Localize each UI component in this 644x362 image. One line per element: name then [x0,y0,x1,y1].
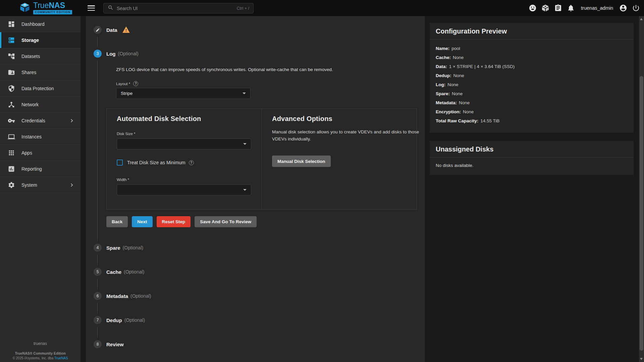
search-icon [108,5,114,12]
step-review[interactable]: 8 Review [94,340,124,348]
network-hub-icon [7,101,15,109]
power-icon[interactable] [632,4,640,12]
chevron-down-icon [243,93,246,94]
sidebar-item-shares[interactable]: Shares [0,64,80,80]
step-connector [97,303,98,313]
width-field-label: Width * [117,178,129,182]
step-spare[interactable]: 4 Spare (Optional) [94,244,143,252]
configuration-preview-card: Configuration Preview Name:pool Cache:No… [430,23,634,133]
step-connector [97,279,98,289]
alerts-bell-icon[interactable] [567,4,575,12]
advanced-options-description: Manual disk selection allows you to crea… [272,128,421,142]
truenas-logo[interactable]: TrueNAS COMMUNITY EDITION [19,2,72,14]
bar-chart-icon [7,165,15,173]
save-and-review-button[interactable]: Save And Go To Review [195,216,257,227]
width-select[interactable] [117,184,251,195]
global-search[interactable]: Ctrl + / [103,3,254,13]
preview-item: Total Raw Capacity:14.55 TiB [436,116,628,125]
next-button[interactable]: Next [132,216,152,227]
step-dedup[interactable]: 7 Dedup (Optional) [94,316,145,324]
datasets-tree-icon [7,52,15,60]
chevron-down-icon [243,143,247,145]
brand-name: TrueNAS [33,2,72,9]
step-connector [97,60,98,241]
preview-item: Encryption:None [436,107,628,116]
search-input[interactable] [117,6,234,11]
disk-selection-section: Automated Disk Selection Disk Size * Tre… [106,109,417,209]
sidebar-item-apps[interactable]: Apps [0,145,80,161]
scrollbar-thumb[interactable] [640,76,643,351]
dashboard-icon [7,20,15,28]
step-cache[interactable]: 5 Cache (Optional) [94,268,145,276]
step-connector [97,255,98,265]
chevron-right-icon [68,182,75,188]
unassigned-disks-message: No disks available. [430,158,634,173]
hostname: truenas [0,341,80,346]
search-shortcut-hint: Ctrl + / [237,6,249,11]
truenas-logo-mark-icon [19,2,31,14]
section-divider [262,109,262,209]
treat-min-row: Treat Disk Size as Minimum ? [117,160,194,166]
shares-folder-icon [7,68,15,76]
sidebar-item-datasets[interactable]: Datasets [0,48,80,64]
treat-min-label: Treat Disk Size as Minimum [127,160,185,165]
scroll-up-arrow-icon[interactable] [640,18,643,20]
preview-item: Cache:None [436,53,628,62]
page-scrollbar[interactable] [639,16,644,362]
gear-icon [7,181,15,189]
laptop-icon [7,133,15,141]
layout-field-label: Layout * ? [116,81,138,86]
preview-item: Spare:None [436,89,628,98]
feedback-smiley-icon[interactable] [529,4,537,12]
jobs-clipboard-icon[interactable] [554,4,562,12]
topbar: TrueNAS COMMUNITY EDITION Ctrl + / [0,0,644,16]
help-icon[interactable]: ? [133,81,138,86]
edition-label: TrueNAS® Community Edition [0,351,80,355]
wizard-actions: Back Next Reset Step Save And Go To Revi… [106,216,257,227]
step-log-number: 3 [94,50,102,58]
log-step-description: ZFS LOG device that can improve speeds o… [116,67,333,72]
advanced-options-title: Advanced Options [272,115,332,123]
menu-hamburger-icon[interactable] [87,4,95,12]
manual-disk-selection-button[interactable]: Manual Disk Selection [272,156,331,167]
username[interactable]: truenas_admin [581,5,613,11]
key-icon [7,117,15,125]
sidebar-footer: truenas TrueNAS® Community Edition © 202… [0,341,80,360]
user-avatar-icon[interactable] [619,4,627,12]
sidebar-item-reporting[interactable]: Reporting [0,161,80,177]
preview-item: Name:pool [436,44,628,53]
sidebar-item-network[interactable]: Network [0,97,80,113]
step-metadata[interactable]: 6 Metadata (Optional) [94,292,151,300]
pool-creation-wizard: Data 3 Log (Optional) ZFS LOG device tha… [86,16,425,362]
truecommand-icon[interactable] [541,4,549,12]
configuration-preview-title: Configuration Preview [430,23,634,39]
sidebar-item-dashboard[interactable]: Dashboard [0,16,80,32]
chevron-right-icon [68,117,75,124]
truenas-link[interactable]: TrueNAS [54,356,68,360]
preview-item: Metadata:None [436,98,628,107]
preview-item: Data:1 × STRIPE | 4 × 3.64 TiB (SSD) [436,62,628,71]
apps-grid-icon [7,149,15,157]
back-button[interactable]: Back [106,216,128,227]
disk-size-field-label: Disk Size * [117,132,136,136]
reset-step-button[interactable]: Reset Step [157,216,191,227]
sidebar-item-instances[interactable]: Instances [0,129,80,145]
sidebar-item-credentials[interactable]: Credentials [0,113,80,129]
automated-disk-selection-title: Automated Disk Selection [117,115,201,123]
sidebar: Dashboard Storage Datasets Shares Data P… [0,16,80,362]
layout-select[interactable]: Stripe [116,88,251,99]
treat-min-checkbox[interactable] [117,160,123,166]
step-log[interactable]: 3 Log (Optional) [94,50,139,58]
help-icon[interactable]: ? [189,160,194,165]
warning-icon [122,26,130,34]
disk-size-select[interactable] [117,138,251,149]
step-data[interactable]: Data [94,26,130,34]
scroll-down-arrow-icon[interactable] [640,358,643,360]
shield-icon [7,84,15,93]
step-data-edit-icon [94,26,102,34]
sidebar-item-system[interactable]: System [0,177,80,193]
community-edition-badge: COMMUNITY EDITION [33,10,72,14]
sidebar-item-data-protection[interactable]: Data Protection [0,80,80,97]
preview-item: Dedup:None [436,71,628,80]
sidebar-item-storage[interactable]: Storage [0,32,80,48]
